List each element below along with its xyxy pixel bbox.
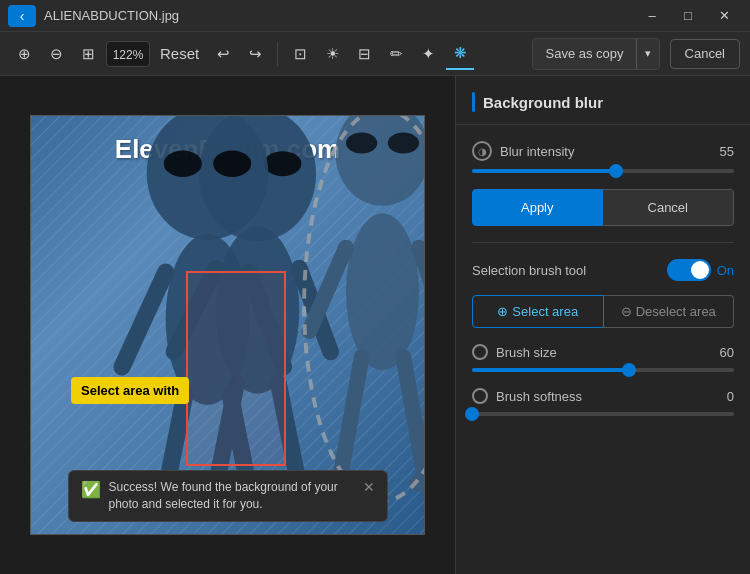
undo-button[interactable]: ↩ — [209, 38, 237, 70]
svg-point-24 — [388, 133, 419, 154]
close-button[interactable]: ✕ — [706, 0, 742, 32]
window-controls: – □ ✕ — [634, 0, 742, 32]
accent-bar — [472, 92, 475, 112]
blur-slider-track — [472, 169, 734, 173]
background-button[interactable]: ❋ — [446, 38, 474, 70]
brush-softness-thumb[interactable] — [465, 407, 479, 421]
filter-button[interactable]: ⊟ — [350, 38, 378, 70]
maximize-button[interactable]: □ — [670, 0, 706, 32]
brush-softness-label: Brush softness — [496, 389, 710, 404]
toolbar-separator — [277, 42, 278, 66]
deselect-area-button[interactable]: ⊖ Deselect area — [604, 295, 735, 328]
brightness-button[interactable]: ☀ — [318, 38, 346, 70]
brush-size-icon — [472, 344, 488, 360]
svg-line-28 — [341, 357, 362, 475]
apply-button[interactable]: Apply — [472, 189, 603, 226]
blur-intensity-row: ◑ Blur intensity 55 — [472, 141, 734, 161]
toggle-state-label: On — [717, 263, 734, 278]
draw-button[interactable]: ✏ — [382, 38, 410, 70]
cancel-button[interactable]: Cancel — [670, 39, 740, 69]
brush-size-label: Brush size — [496, 345, 710, 360]
blur-intensity-label: Blur intensity — [500, 144, 710, 159]
svg-line-16 — [122, 272, 166, 367]
right-panel: Background blur ◑ Blur intensity 55 Appl… — [455, 76, 750, 574]
brush-size-thumb[interactable] — [622, 363, 636, 377]
panel-header: Background blur — [456, 76, 750, 125]
brush-size-track — [472, 368, 734, 372]
minimize-button[interactable]: – — [634, 0, 670, 32]
zoom-value: 122% — [106, 41, 150, 67]
brush-softness-row: Brush softness 0 — [472, 388, 734, 404]
toggle-knob — [691, 261, 709, 279]
brush-softness-slider[interactable] — [472, 412, 734, 416]
brush-size-slider[interactable] — [472, 368, 734, 372]
image-canvas: ElevenForum.com — [30, 115, 425, 535]
deselect-area-label: Deselect area — [636, 304, 716, 319]
brush-softness-value: 0 — [710, 389, 734, 404]
select-area-icon: ⊕ — [497, 304, 508, 319]
success-text: Success! We found the background of your… — [109, 479, 355, 513]
toolbar: ⊕ ⊖ ⊞ 122% Reset ↩ ↪ ⊡ ☀ ⊟ ✏ ✦ ❋ Save as… — [0, 32, 750, 76]
selection-brush-label: Selection brush tool — [472, 263, 667, 278]
deselect-area-icon: ⊖ — [621, 304, 632, 319]
svg-line-27 — [419, 248, 425, 332]
success-close-button[interactable]: ✕ — [363, 479, 375, 495]
brush-size-value: 60 — [710, 345, 734, 360]
selection-brush-row: Selection brush tool On — [472, 259, 734, 281]
reset-button[interactable]: Reset — [154, 38, 205, 70]
cancel-panel-button[interactable]: Cancel — [603, 189, 735, 226]
zoom-out-button[interactable]: ⊖ — [42, 38, 70, 70]
brush-softness-track — [472, 412, 734, 416]
brush-size-row: Brush size 60 — [472, 344, 734, 360]
selection-box — [186, 271, 286, 466]
blur-intensity-icon: ◑ — [472, 141, 492, 161]
success-icon: ✅ — [81, 480, 101, 499]
svg-point-22 — [335, 115, 425, 206]
panel-content: ◑ Blur intensity 55 Apply Cancel Selecti… — [456, 125, 750, 448]
success-notification: ✅ Success! We found the background of yo… — [68, 470, 388, 522]
main-area: ElevenForum.com — [0, 76, 750, 574]
save-button[interactable]: Save as copy — [533, 39, 635, 69]
redo-button[interactable]: ↪ — [241, 38, 269, 70]
select-area-button[interactable]: ⊕ Select area — [472, 295, 604, 328]
tooltip-text: Select area with — [81, 383, 179, 398]
title-bar: ‹ ALIENABDUCTION.jpg – □ ✕ — [0, 0, 750, 32]
blur-slider-fill — [472, 169, 616, 173]
area-buttons: ⊕ Select area ⊖ Deselect area — [472, 295, 734, 328]
blur-intensity-slider[interactable] — [472, 169, 734, 173]
blur-intensity-value: 55 — [710, 144, 734, 159]
tooltip-box: Select area with — [71, 377, 189, 404]
blur-slider-thumb[interactable] — [609, 164, 623, 178]
filename-label: ALIENABDUCTION.jpg — [44, 8, 626, 23]
save-dropdown-button[interactable]: ▾ — [636, 39, 659, 69]
action-buttons: Apply Cancel — [472, 189, 734, 226]
svg-line-26 — [309, 248, 346, 332]
select-area-label: Select area — [512, 304, 578, 319]
effects-button[interactable]: ✦ — [414, 38, 442, 70]
save-group: Save as copy ▾ — [532, 38, 659, 70]
brush-softness-icon — [472, 388, 488, 404]
svg-line-29 — [403, 357, 424, 475]
panel-title: Background blur — [483, 94, 603, 111]
brush-size-fill — [472, 368, 629, 372]
svg-point-25 — [346, 214, 419, 371]
crop-button[interactable]: ⊡ — [286, 38, 314, 70]
panel-divider — [472, 242, 734, 243]
selection-brush-toggle[interactable] — [667, 259, 711, 281]
aspect-ratio-button[interactable]: ⊞ — [74, 38, 102, 70]
back-button[interactable]: ‹ — [8, 5, 36, 27]
zoom-in-button[interactable]: ⊕ — [10, 38, 38, 70]
svg-point-23 — [346, 133, 377, 154]
image-area: ElevenForum.com — [0, 76, 455, 574]
